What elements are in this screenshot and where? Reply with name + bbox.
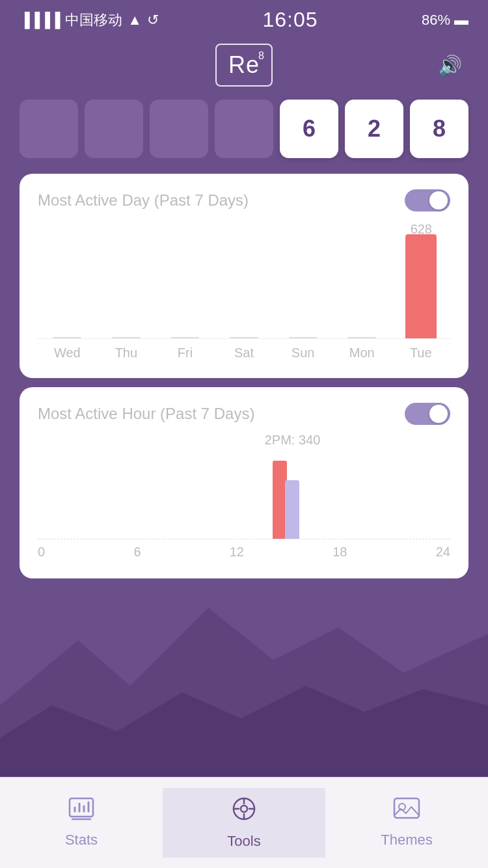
data-icon: ↺ — [147, 12, 159, 29]
hour-label-0: 0 — [38, 545, 45, 560]
tiles-row: 6 2 8 — [0, 93, 488, 165]
status-bar: ▐▐▐▐ 中国移动 ▲ ↺ 16:05 86% ▬ — [0, 0, 488, 37]
day-bar-fri — [156, 337, 215, 338]
card-day-title: Most Active Day (Past 7 Days) — [38, 191, 249, 210]
tools-icon — [231, 796, 257, 828]
wifi-icon: ▲ — [128, 12, 142, 29]
hour-bar-purple — [285, 480, 299, 539]
chart-hour-inner — [38, 435, 450, 539]
status-left: ▐▐▐▐ 中国移动 ▲ ↺ — [20, 10, 159, 30]
day-labels: Wed Thu Fri Sat Sun Mon Tue — [38, 346, 450, 360]
svg-rect-14 — [394, 798, 419, 818]
tile-2[interactable] — [150, 100, 208, 158]
nav-label-stats: Stats — [65, 832, 98, 848]
tile-5[interactable]: 2 — [345, 100, 403, 158]
day-label-sun: Sun — [273, 346, 332, 360]
battery-label: 86% — [422, 12, 450, 29]
day-bar-thu-bar — [112, 337, 141, 338]
nav-item-tools[interactable]: Tools — [163, 788, 325, 858]
day-bar-sat-bar — [230, 337, 258, 338]
hour-labels: 0 6 12 18 24 — [38, 545, 450, 560]
tile-3[interactable] — [215, 100, 273, 158]
card-hour-header: Most Active Hour (Past 7 Days) — [38, 403, 450, 425]
svg-point-9 — [241, 806, 247, 812]
nav-label-tools: Tools — [227, 833, 260, 850]
day-bar-wed-bar — [53, 337, 81, 338]
toggle-hour-knob — [429, 405, 448, 423]
chart-hour: 2PM: 340 0 6 12 18 24 — [38, 435, 450, 565]
signal-icon: ▐▐▐▐ — [20, 12, 60, 29]
day-bar-tue — [391, 234, 450, 338]
stats-icon — [68, 797, 94, 826]
day-bar-fri-bar — [170, 337, 199, 338]
nav-item-themes[interactable]: Themes — [325, 789, 488, 856]
carrier-label: 中国移动 — [65, 10, 122, 30]
header: Re8 🔊 — [0, 37, 488, 93]
day-bar-mon-bar — [347, 337, 376, 338]
day-bar-sat — [215, 337, 274, 338]
battery-icon: ▬ — [454, 12, 468, 29]
bottom-nav: Stats Tools Themes — [0, 777, 488, 868]
toggle-day[interactable] — [405, 189, 450, 211]
day-label-wed: Wed — [38, 346, 97, 360]
nav-label-themes: Themes — [381, 832, 432, 848]
card-hour: Most Active Hour (Past 7 Days) 2PM: 340 … — [20, 387, 468, 578]
themes-icon — [393, 797, 420, 826]
hour-label-24: 24 — [436, 545, 450, 560]
tile-1[interactable] — [85, 100, 143, 158]
day-bar-tue-bar — [405, 234, 437, 338]
logo-superscript: 8 — [258, 50, 265, 62]
day-label-mon: Mon — [332, 346, 392, 360]
day-label-tue: Tue — [391, 346, 450, 360]
hour-label-12: 12 — [230, 545, 244, 560]
sound-icon[interactable]: 🔊 — [438, 54, 462, 77]
logo: Re8 — [215, 44, 273, 87]
day-label-fri: Fri — [156, 346, 215, 360]
tile-6[interactable]: 8 — [410, 100, 468, 158]
day-bar-wed — [38, 337, 97, 338]
tile-0[interactable] — [20, 100, 78, 158]
hour-label-6: 6 — [133, 545, 141, 560]
day-bar-sun-bar — [289, 337, 318, 338]
svg-rect-2 — [70, 798, 93, 817]
tile-4[interactable]: 6 — [280, 100, 338, 158]
background-mountains — [0, 575, 488, 803]
hour-label-18: 18 — [332, 545, 347, 560]
status-time: 16:05 — [263, 8, 318, 32]
toggle-hour[interactable] — [405, 403, 450, 425]
chart-day: 628 — [38, 222, 450, 365]
card-hour-title: Most Active Hour (Past 7 Days) — [38, 405, 254, 423]
toggle-day-knob — [429, 191, 448, 210]
day-bar-sun — [273, 337, 332, 338]
status-right: 86% ▬ — [422, 12, 468, 29]
day-bar-mon — [332, 337, 392, 338]
logo-text: Re — [228, 51, 260, 78]
day-peak-label: 628 — [411, 222, 432, 237]
card-day: Most Active Day (Past 7 Days) 628 — [20, 174, 468, 378]
chart-day-bars — [38, 222, 450, 339]
card-day-header: Most Active Day (Past 7 Days) — [38, 189, 450, 211]
day-label-sat: Sat — [215, 346, 274, 360]
nav-item-stats[interactable]: Stats — [0, 789, 163, 856]
day-bar-thu — [97, 337, 156, 338]
day-label-thu: Thu — [97, 346, 156, 360]
